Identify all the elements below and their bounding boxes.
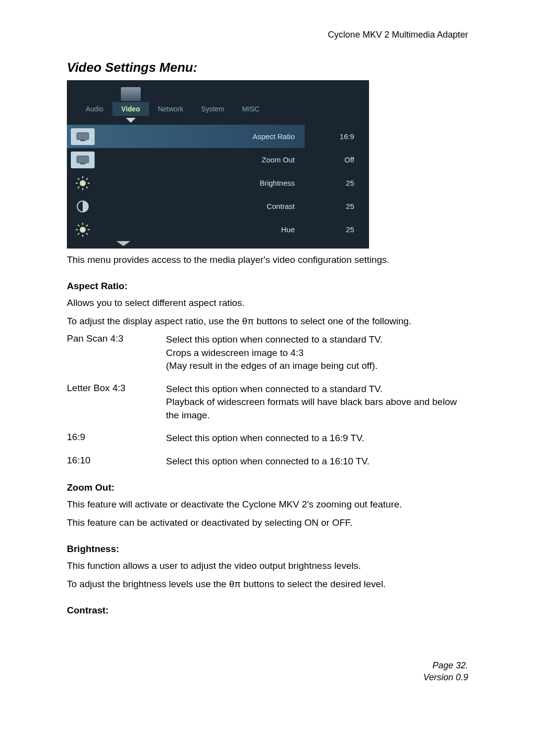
- setting-label: Contrast: [95, 202, 305, 210]
- hue-icon: [71, 221, 95, 238]
- footer-version: Version 0.9: [424, 672, 468, 683]
- option-row: Letter Box 4:3 Select this option when c…: [67, 383, 468, 422]
- svg-line-22: [78, 233, 79, 235]
- sun-icon: [71, 175, 95, 192]
- page-footer: Page 32. Version 0.9: [424, 660, 468, 683]
- footer-page: Page 32.: [424, 660, 468, 671]
- option-row: Pan Scan 4:3 Select this option when con…: [67, 333, 468, 373]
- option-name: 16:10: [67, 455, 166, 468]
- settings-list: Aspect Ratio Zoom Out Brightness Contras…: [67, 125, 305, 241]
- value-aspect: 16:9: [324, 125, 354, 148]
- setting-hue[interactable]: Hue: [67, 218, 305, 241]
- svg-point-14: [80, 227, 86, 233]
- svg-line-19: [78, 225, 79, 226]
- option-desc: Select this option when connected to a s…: [166, 383, 468, 422]
- svg-line-12: [78, 187, 79, 188]
- option-desc: Select this option when connected to a 1…: [166, 455, 468, 468]
- option-name: 16:9: [67, 432, 166, 445]
- aspect-ratio-p2: To adjust the display aspect ratio, use …: [67, 315, 468, 328]
- aspect-ratio-heading: Aspect Ratio:: [67, 281, 468, 292]
- value-hue: 25: [324, 218, 354, 241]
- value-zoom: Off: [324, 148, 354, 171]
- header-product: Cyclone MKV 2 Multimedia Adapter: [67, 30, 468, 40]
- svg-point-4: [80, 180, 86, 186]
- svg-line-11: [86, 178, 88, 180]
- option-desc: Select this option when connected to a 1…: [166, 432, 468, 445]
- contrast-heading: Contrast:: [67, 605, 468, 616]
- setting-label: Zoom Out: [95, 155, 305, 164]
- svg-rect-2: [77, 156, 89, 163]
- svg-line-10: [86, 187, 88, 188]
- brightness-p2: To adjust the brightness levels use the …: [67, 578, 468, 591]
- tv-icon: [71, 128, 95, 145]
- brightness-heading: Brightness:: [67, 544, 468, 554]
- tab-misc[interactable]: MISC: [233, 102, 268, 116]
- contrast-icon: [71, 198, 95, 215]
- zoom-icon: [71, 151, 95, 168]
- settings-screenshot: Audio Video Network System MISC Aspect R…: [67, 80, 369, 249]
- aspect-ratio-p1: Allows you to select different aspect ra…: [67, 297, 468, 310]
- option-line: Select this option when connected to a 1…: [166, 432, 468, 445]
- svg-rect-0: [77, 133, 89, 140]
- svg-rect-3: [80, 163, 85, 164]
- option-desc: Select this option when connected to a s…: [166, 333, 468, 373]
- zoom-out-p2: This feature can be activated or deactiv…: [67, 516, 468, 530]
- tabs-row: Audio Video Network System MISC: [67, 102, 369, 116]
- setting-brightness[interactable]: Brightness: [67, 171, 305, 195]
- option-name: Pan Scan 4:3: [67, 333, 166, 373]
- option-line: Select this option when connected to a 1…: [166, 455, 468, 468]
- value-contrast: 25: [324, 195, 354, 218]
- option-line: Select this option when connected to a s…: [166, 383, 468, 396]
- setting-aspect-ratio[interactable]: Aspect Ratio: [67, 125, 305, 148]
- tab-video[interactable]: Video: [112, 102, 149, 116]
- setting-contrast[interactable]: Contrast: [67, 195, 305, 218]
- option-line: (May result in the edges of an image bei…: [166, 359, 468, 373]
- values-column: 16:9 Off 25 25 25: [324, 125, 354, 241]
- option-line: Crops a widescreen image to 4:3: [166, 347, 468, 360]
- zoom-out-heading: Zoom Out:: [67, 482, 468, 493]
- setting-label: Brightness: [95, 179, 305, 187]
- brightness-p1: This function allows a user to adjust th…: [67, 559, 468, 573]
- option-line: Playback of widescreen formats will have…: [166, 396, 468, 422]
- svg-rect-1: [80, 140, 85, 141]
- setting-label: Hue: [95, 225, 305, 234]
- tab-network[interactable]: Network: [149, 102, 192, 116]
- option-line: Select this option when connected to a s…: [166, 333, 468, 347]
- tab-audio[interactable]: Audio: [77, 102, 112, 116]
- setting-label: Aspect Ratio: [95, 132, 305, 141]
- intro-text: This menu provides access to the media p…: [67, 253, 468, 267]
- document-page: Cyclone MKV 2 Multimedia Adapter Video S…: [0, 0, 535, 703]
- setting-zoom-out[interactable]: Zoom Out: [67, 148, 305, 171]
- svg-line-21: [86, 225, 88, 226]
- option-row: 16:10 Select this option when connected …: [67, 455, 468, 468]
- svg-line-9: [78, 178, 79, 180]
- tab-system[interactable]: System: [192, 102, 233, 116]
- value-brightness: 25: [324, 171, 354, 195]
- section-title: Video Settings Menu:: [67, 60, 468, 75]
- chevron-down-icon: [116, 241, 130, 246]
- option-name: Letter Box 4:3: [67, 383, 166, 422]
- aspect-option-table: Pan Scan 4:3 Select this option when con…: [67, 333, 468, 468]
- svg-line-20: [86, 233, 88, 235]
- zoom-out-p1: This feature will activate or deactivate…: [67, 498, 468, 511]
- option-row: 16:9 Select this option when connected t…: [67, 432, 468, 445]
